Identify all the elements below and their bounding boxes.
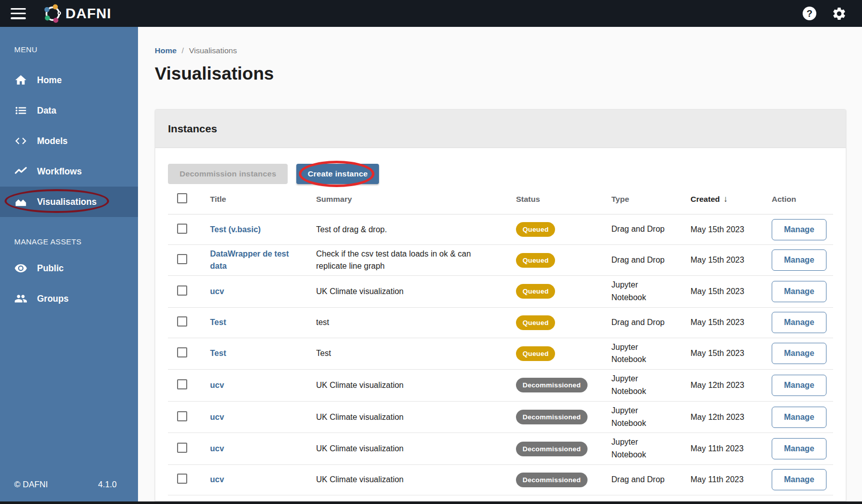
sidebar-footer: © DAFNI 4.1.0 [14, 480, 117, 489]
instance-title-link[interactable]: ucv [210, 475, 224, 484]
sidebar-item-data[interactable]: Data [0, 95, 138, 126]
brand-name: DAFNI [65, 6, 112, 22]
row-checkbox[interactable] [177, 474, 187, 484]
row-checkbox[interactable] [177, 224, 187, 234]
status-badge: Queued [516, 346, 555, 361]
instance-created: May 15th 2023 [691, 225, 772, 234]
eye-icon [14, 262, 27, 275]
sidebar-item-label: Models [37, 136, 67, 147]
manage-button[interactable]: Manage [772, 312, 826, 333]
status-badge: Queued [516, 315, 555, 330]
row-checkbox[interactable] [177, 443, 187, 453]
instance-created: May 11th 2023 [691, 475, 772, 484]
table-row: Test (v.basic) Test of drag & drop. Queu… [168, 214, 833, 245]
copyright-text: © DAFNI [14, 480, 48, 489]
row-checkbox[interactable] [177, 379, 187, 389]
instance-title-link[interactable]: Test (v.basic) [210, 225, 261, 234]
instance-created: May 15th 2023 [691, 256, 772, 265]
instance-title-link[interactable]: ucv [210, 444, 224, 453]
sidebar-item-groups[interactable]: Groups [0, 283, 138, 314]
dafni-logo[interactable]: DAFNI [43, 4, 112, 24]
instance-summary: UK Climate visualization [316, 379, 516, 391]
dafni-logo-ring-icon [43, 4, 63, 24]
table-row: DataWrapper de test data Check if the cs… [168, 245, 833, 276]
instance-title-link[interactable]: ucv [210, 287, 224, 296]
table-row: ucv UK Climate visualization Decommissio… [168, 370, 833, 402]
instance-created: May 11th 2023 [691, 444, 772, 453]
column-header-title: Title [210, 195, 316, 204]
sidebar-item-visualisations[interactable]: Visualisations [0, 187, 138, 217]
status-badge: Queued [516, 253, 555, 268]
status-badge: Queued [516, 222, 555, 237]
hamburger-menu-icon[interactable] [11, 8, 26, 19]
column-header-summary: Summary [316, 195, 516, 204]
manage-button[interactable]: Manage [772, 438, 826, 459]
manage-button[interactable]: Manage [772, 375, 826, 396]
instance-title-link[interactable]: DataWrapper de test data [210, 249, 289, 270]
column-header-created[interactable]: Created ↓ [691, 194, 772, 204]
manage-button[interactable]: Manage [772, 249, 826, 271]
instance-title-link[interactable]: Test [210, 318, 226, 327]
instance-type: Jupyter Notebook [611, 279, 660, 304]
manage-button[interactable]: Manage [772, 407, 826, 428]
sidebar-item-public[interactable]: Public [0, 253, 138, 283]
instance-summary: UK Climate visualization [316, 474, 516, 486]
manage-button[interactable]: Manage [772, 469, 826, 490]
sidebar-item-models[interactable]: Models [0, 126, 138, 156]
help-icon[interactable]: ? [803, 7, 816, 20]
table-header-row: Title Summary Status Type Created ↓ Acti… [168, 184, 833, 214]
manage-button[interactable]: Manage [772, 343, 826, 364]
panel-title: Instances [168, 123, 217, 135]
list-icon [14, 104, 27, 117]
instance-type: Jupyter Notebook [611, 436, 660, 461]
status-badge: Decommissioned [516, 442, 588, 456]
table-row: ucv UK Climate visualization Decommissio… [168, 465, 833, 495]
row-checkbox[interactable] [177, 411, 187, 421]
instance-summary: test [316, 316, 516, 329]
row-checkbox[interactable] [177, 347, 187, 357]
manage-button[interactable]: Manage [772, 281, 826, 302]
sidebar-item-label: Public [37, 263, 64, 274]
breadcrumb-current: Visualisations [189, 46, 237, 55]
table-row: ucv UK Climate visualization Queued Jupy… [168, 276, 833, 308]
version-text: 4.1.0 [98, 480, 117, 489]
decommission-instances-button[interactable]: Decommission instances [168, 164, 288, 184]
manage-assets-section-label: MANAGE ASSETS [0, 217, 138, 253]
status-badge: Decommissioned [516, 410, 588, 424]
create-instance-label: Create instance [307, 169, 367, 178]
instance-type: Drag and Drop [611, 223, 665, 236]
sidebar: MENU Home Data Models Workflows Visualis… [0, 27, 138, 501]
status-badge: Decommissioned [516, 473, 588, 487]
instances-panel: Instances Decommission instances Create … [155, 109, 846, 501]
create-instance-button[interactable]: Create instance [296, 164, 378, 184]
instance-summary: Test [316, 347, 516, 359]
created-header-label: Created [691, 195, 720, 204]
sidebar-item-workflows[interactable]: Workflows [0, 156, 138, 187]
manage-button[interactable]: Manage [772, 219, 826, 240]
breadcrumb-home-link[interactable]: Home [155, 46, 177, 55]
column-header-action: Action [772, 195, 833, 204]
row-checkbox[interactable] [177, 316, 187, 327]
workflow-zigzag-icon [14, 165, 27, 178]
select-all-checkbox[interactable] [177, 193, 187, 203]
people-icon [14, 292, 27, 305]
sidebar-item-home[interactable]: Home [0, 65, 138, 95]
table-row: Test Test Queued Jupyter Notebook May 15… [168, 338, 833, 370]
sidebar-item-label: Visualisations [37, 197, 96, 207]
instance-summary: UK Climate visualization [316, 285, 516, 298]
row-checkbox[interactable] [177, 254, 187, 264]
row-checkbox[interactable] [177, 285, 187, 296]
page-title: Visualisations [155, 63, 862, 84]
instance-created: May 15th 2023 [691, 318, 772, 327]
instance-title-link[interactable]: ucv [210, 381, 224, 389]
instance-type: Jupyter Notebook [611, 405, 660, 430]
sidebar-item-label: Data [37, 105, 56, 116]
table-row: ucv UK Climate visualization Decommissio… [168, 402, 833, 434]
instance-title-link[interactable]: Test [210, 349, 226, 357]
settings-gear-icon[interactable] [832, 6, 847, 21]
screen-bottom-edge [0, 501, 862, 504]
sort-descending-arrow-icon: ↓ [723, 194, 728, 204]
instances-table: Title Summary Status Type Created ↓ Acti… [168, 184, 833, 495]
instance-summary: Test of drag & drop. [316, 224, 516, 236]
instance-title-link[interactable]: ucv [210, 413, 224, 421]
